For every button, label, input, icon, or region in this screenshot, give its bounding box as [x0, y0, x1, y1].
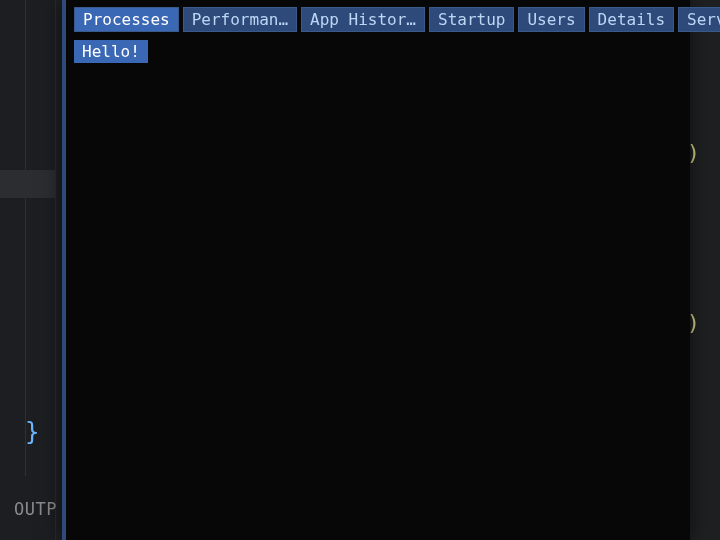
- content-cell[interactable]: Hello!: [74, 40, 148, 63]
- task-manager-panel: Processes Performan… App Histor… Startup…: [62, 0, 690, 540]
- tab-app-history[interactable]: App Histor…: [301, 7, 425, 32]
- tab-users[interactable]: Users: [518, 7, 584, 32]
- tab-startup[interactable]: Startup: [429, 7, 514, 32]
- output-panel-label: OUTP: [14, 499, 57, 519]
- tab-services[interactable]: Services: [678, 7, 720, 32]
- indent-guide: [25, 0, 26, 476]
- tab-performance[interactable]: Performan…: [183, 7, 297, 32]
- code-brace: }: [25, 418, 39, 446]
- panel-body: Hello!: [66, 34, 690, 69]
- current-line-highlight: [0, 170, 56, 198]
- tabbar: Processes Performan… App Histor… Startup…: [66, 0, 690, 34]
- editor-gutter: [0, 0, 56, 540]
- tab-details[interactable]: Details: [589, 7, 674, 32]
- tab-processes[interactable]: Processes: [74, 7, 179, 32]
